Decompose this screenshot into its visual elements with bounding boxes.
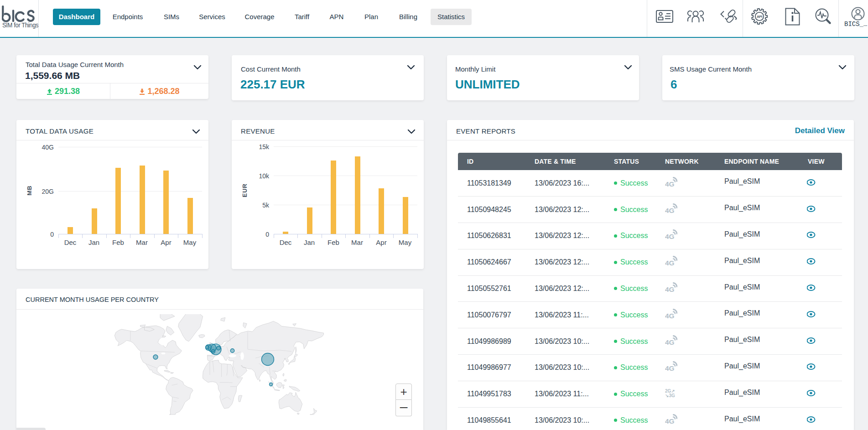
svg-text:API: API (757, 15, 762, 19)
svg-text:4G: 4G (665, 417, 675, 425)
svg-text:4G: 4G (665, 180, 675, 188)
svg-text:4G: 4G (665, 259, 675, 267)
svg-text:4G: 4G (665, 364, 675, 372)
svg-text:4G: 4G (665, 338, 675, 346)
svg-text:4G: 4G (665, 207, 675, 214)
svg-text:4G: 4G (665, 312, 675, 320)
svg-text:4G: 4G (665, 285, 675, 293)
svg-text:4G: 4G (665, 233, 675, 240)
